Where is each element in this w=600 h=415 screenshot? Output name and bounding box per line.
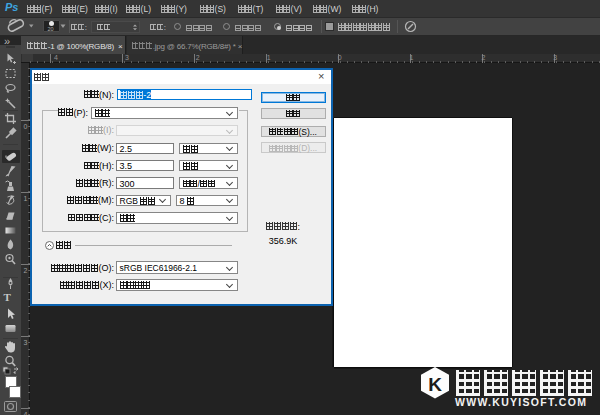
svg-text:K: K	[428, 374, 442, 395]
